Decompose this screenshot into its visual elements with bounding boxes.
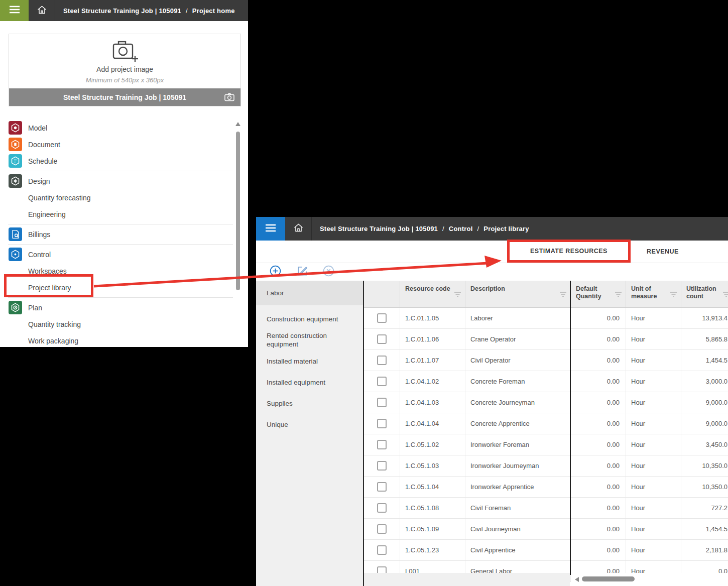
description-cell: Crane Operator — [465, 329, 571, 349]
row-checkbox[interactable] — [377, 398, 387, 407]
add-resource-button[interactable] — [269, 266, 281, 278]
add-project-image-card[interactable]: Add project image Minimum of 540px x 360… — [9, 34, 241, 106]
hamburger-menu-button[interactable] — [256, 217, 285, 241]
row-checkbox[interactable] — [377, 313, 387, 323]
table-row[interactable]: 1.C.01.1.07Civil Operator0.00Hour1,454.5 — [364, 350, 728, 371]
home-button[interactable] — [33, 0, 51, 21]
default-quantity-cell: 0.00 — [571, 308, 626, 328]
filter-icon[interactable] — [722, 291, 728, 299]
utilization-count-cell: 9,000.0 — [681, 413, 728, 434]
row-checkbox[interactable] — [377, 482, 387, 492]
minimum-size-label: Minimum of 540px x 360px — [9, 76, 240, 84]
sidebar-item-control[interactable]: Control — [0, 246, 248, 263]
default-quantity-cell: 0.00 — [571, 413, 626, 434]
category-item-construction-equipment[interactable]: Construction equipment — [256, 308, 363, 329]
sidebar-item-engineering[interactable]: Engineering — [0, 206, 248, 222]
row-checkbox[interactable] — [377, 545, 387, 555]
sidebar-item-quantity-forecasting[interactable]: Quantity forecasting — [0, 189, 248, 206]
sidebar-item-project-library[interactable]: Project library — [0, 279, 248, 296]
row-checkbox[interactable] — [377, 419, 387, 428]
scroll-up-icon[interactable] — [235, 122, 240, 126]
row-checkbox[interactable] — [377, 377, 387, 386]
resource-code-cell: 1.C.04.1.03 — [400, 392, 465, 413]
category-item-installed-equipment[interactable]: Installed equipment — [256, 372, 363, 393]
sidebar-item-document[interactable]: Document — [0, 136, 248, 153]
filter-icon[interactable] — [559, 291, 567, 299]
category-item-labor[interactable]: Labor — [256, 281, 363, 305]
utilization-count-cell: 3,450.0 — [681, 434, 728, 455]
sidebar-item-billings[interactable]: Billings — [0, 226, 248, 243]
resource-code-cell: 1.C.01.1.06 — [400, 329, 465, 349]
document-icon — [9, 138, 22, 151]
resource-code-cell: 1.C.05.1.04 — [400, 477, 465, 497]
camera-button[interactable] — [224, 93, 234, 103]
column-header-utilization-count[interactable]: Utilization count — [681, 281, 728, 307]
table-row[interactable]: 1.C.04.1.02Concrete Foreman0.00Hour3,000… — [364, 371, 728, 392]
horizontal-scrollbar[interactable] — [571, 573, 728, 586]
table-row[interactable]: 1.C.05.1.08Civil Foreman0.00Hour727.2 — [364, 498, 728, 519]
category-item-supplies[interactable]: Supplies — [256, 393, 363, 414]
row-checkbox[interactable] — [377, 356, 387, 365]
sidebar-item-label: Document — [28, 141, 60, 149]
default-quantity-cell: 0.00 — [571, 371, 626, 392]
resources-grid: Resource codeDescriptionDefault Quantity… — [363, 281, 728, 586]
category-item-installed-material[interactable]: Installed material — [256, 350, 363, 372]
table-row[interactable]: 1.C.05.1.03Ironworker Journeyman0.00Hour… — [364, 455, 728, 477]
row-checkbox[interactable] — [377, 440, 387, 449]
plan-icon — [9, 301, 22, 314]
filter-icon[interactable] — [615, 291, 622, 299]
home-button[interactable] — [289, 217, 307, 241]
hamburger-menu-button[interactable] — [0, 0, 29, 21]
table-row[interactable]: 1.C.01.1.06Crane Operator0.00Hour5,865.8 — [364, 329, 728, 350]
table-row[interactable]: 1.C.05.1.04Ironworker Apprentice0.00Hour… — [364, 477, 728, 498]
edit-resource-button[interactable] — [296, 266, 308, 278]
row-checkbox[interactable] — [377, 334, 387, 344]
description-cell: Civil Operator — [465, 350, 571, 371]
table-row[interactable]: 1.C.05.1.23Civil Apprentice0.00Hour2,181… — [364, 540, 728, 561]
description-cell: Civil Foreman — [465, 498, 571, 518]
filter-icon[interactable] — [454, 291, 461, 299]
unit-of-measure-cell: Hour — [626, 477, 681, 497]
tab-revenue[interactable]: REVENUE — [634, 241, 692, 263]
category-item-rented-construction-equipment[interactable]: Rented construction equipment — [256, 329, 363, 350]
column-header-unit-of-measure[interactable]: Unit of measure — [626, 281, 681, 307]
table-row[interactable]: 1.C.04.1.03Concrete Journeyman0.00Hour9,… — [364, 392, 728, 413]
column-header-default-quantity[interactable]: Default Quantity — [571, 281, 626, 307]
filter-icon[interactable] — [670, 291, 677, 299]
table-row[interactable]: 1.C.05.1.02Ironworker Foreman0.00Hour3,4… — [364, 434, 728, 455]
breadcrumb-project[interactable]: Steel Structure Training Job | 105091 — [320, 225, 438, 232]
vertical-scrollbar[interactable] — [235, 122, 240, 346]
row-checkbox[interactable] — [377, 503, 387, 513]
checkbox-cell — [364, 413, 400, 434]
project-title-bar: Steel Structure Training Job | 105091 — [9, 88, 240, 106]
table-row[interactable]: 1.C.05.1.09Civil Journeyman0.00Hour1,454… — [364, 519, 728, 540]
table-row[interactable]: 1.C.04.1.04Concrete Apprentice0.00Hour9,… — [364, 413, 728, 434]
sidebar-item-schedule[interactable]: Schedule — [0, 153, 248, 169]
description-cell: Concrete Journeyman — [465, 392, 571, 413]
unit-of-measure-cell: Hour — [626, 498, 681, 518]
category-item-unique[interactable]: Unique — [256, 414, 363, 435]
sidebar-item-model[interactable]: Model — [0, 120, 248, 136]
scrollbar-thumb[interactable] — [582, 576, 635, 581]
sidebar-item-label: Quantity tracking — [28, 320, 81, 328]
column-header-resource-code[interactable]: Resource code — [400, 281, 465, 307]
utilization-count-cell: 5,865.8 — [681, 329, 728, 349]
row-checkbox[interactable] — [377, 461, 387, 471]
table-row[interactable]: 1.C.01.1.05Laborer0.00Hour13,913.4 — [364, 308, 728, 329]
breadcrumb-project[interactable]: Steel Structure Training Job | 105091 — [63, 7, 181, 15]
remove-resource-button[interactable] — [322, 266, 334, 278]
sidebar-item-quantity-tracking[interactable]: Quantity tracking — [0, 316, 248, 332]
scrollbar-thumb[interactable] — [236, 132, 240, 290]
sidebar-item-plan[interactable]: Plan — [0, 299, 248, 316]
scroll-left-icon[interactable] — [575, 577, 579, 582]
row-checkbox[interactable] — [377, 524, 387, 534]
breadcrumb-section[interactable]: Control — [449, 225, 473, 232]
sidebar-item-design[interactable]: Design — [0, 173, 248, 189]
tab-estimate-resources[interactable]: ESTIMATE RESOURCES — [522, 241, 616, 263]
sidebar-item-workspaces[interactable]: Workspaces — [0, 263, 248, 279]
resource-code-cell: 1.C.05.1.09 — [400, 519, 465, 539]
default-quantity-cell: 0.00 — [571, 519, 626, 539]
camera-plus-icon — [9, 38, 240, 63]
column-header-description[interactable]: Description — [465, 281, 571, 307]
sidebar-item-work-packaging[interactable]: Work packaging — [0, 332, 248, 347]
